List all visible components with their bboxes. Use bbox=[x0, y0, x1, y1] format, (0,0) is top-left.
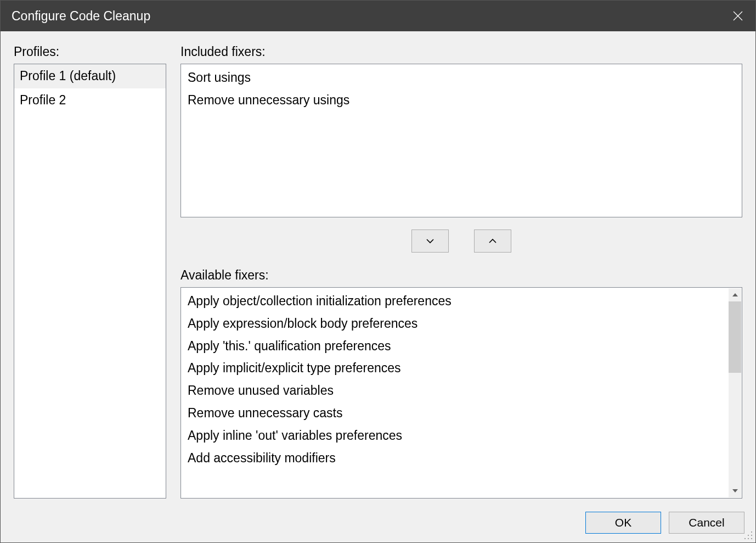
fixers-panel: Included fixers: Sort usingsRemove unnec… bbox=[180, 44, 742, 499]
scroll-up-icon bbox=[732, 293, 738, 296]
available-fixer-item[interactable]: Apply object/collection initialization p… bbox=[181, 290, 729, 312]
available-fixer-item[interactable]: Apply implicit/explicit type preferences bbox=[181, 357, 729, 379]
titlebar: Configure Code Cleanup bbox=[1, 1, 755, 31]
scroll-down-icon bbox=[732, 489, 738, 492]
available-fixers-section: Available fixers: Apply object/collectio… bbox=[180, 268, 742, 499]
svg-point-4 bbox=[751, 531, 752, 533]
available-fixer-item[interactable]: Remove unused variables bbox=[181, 379, 729, 402]
profiles-listbox[interactable]: Profile 1 (default)Profile 2 bbox=[14, 64, 166, 499]
close-button[interactable] bbox=[720, 1, 755, 31]
scroll-up-button[interactable] bbox=[729, 288, 741, 301]
move-up-button[interactable] bbox=[474, 229, 511, 253]
scroll-track-space[interactable] bbox=[729, 373, 741, 484]
svg-point-9 bbox=[744, 538, 746, 539]
svg-point-8 bbox=[748, 538, 749, 539]
included-fixers-label: Included fixers: bbox=[180, 44, 742, 59]
chevron-down-icon bbox=[425, 238, 435, 244]
scroll-thumb[interactable] bbox=[729, 301, 741, 373]
available-fixers-listbox[interactable]: Apply object/collection initialization p… bbox=[180, 287, 742, 499]
profile-item[interactable]: Profile 1 (default) bbox=[14, 64, 166, 88]
svg-marker-2 bbox=[732, 293, 738, 296]
included-fixer-item[interactable]: Remove unnecessary usings bbox=[181, 89, 742, 111]
dialog-title: Configure Code Cleanup bbox=[12, 9, 720, 24]
available-fixers-inner: Apply object/collection initialization p… bbox=[181, 288, 729, 498]
resize-grip-icon[interactable] bbox=[743, 530, 753, 540]
available-fixer-item[interactable]: Remove unnecessary casts bbox=[181, 402, 729, 424]
scrollbar[interactable] bbox=[729, 288, 741, 497]
dialog-window: Configure Code Cleanup Profiles: Profile… bbox=[0, 0, 756, 543]
included-fixer-item[interactable]: Sort usings bbox=[181, 66, 742, 89]
dialog-content: Profiles: Profile 1 (default)Profile 2 I… bbox=[1, 31, 755, 499]
profile-item[interactable]: Profile 2 bbox=[14, 88, 166, 113]
profiles-panel: Profiles: Profile 1 (default)Profile 2 bbox=[14, 44, 166, 499]
scroll-down-button[interactable] bbox=[729, 484, 741, 497]
cancel-button[interactable]: Cancel bbox=[669, 512, 744, 534]
available-fixer-item[interactable]: Add accessibility modifiers bbox=[181, 447, 729, 469]
available-fixer-item[interactable]: Apply expression/block body preferences bbox=[181, 312, 729, 335]
dialog-footer: OK Cancel bbox=[1, 499, 755, 542]
move-down-button[interactable] bbox=[411, 229, 449, 253]
move-buttons-row bbox=[180, 217, 742, 268]
available-fixers-label: Available fixers: bbox=[180, 268, 742, 283]
svg-point-7 bbox=[751, 538, 752, 539]
svg-point-6 bbox=[748, 535, 749, 536]
svg-point-5 bbox=[751, 535, 752, 536]
ok-button[interactable]: OK bbox=[585, 512, 661, 534]
close-icon bbox=[732, 10, 743, 21]
available-fixer-item[interactable]: Apply 'this.' qualification preferences bbox=[181, 335, 729, 357]
profiles-label: Profiles: bbox=[14, 44, 166, 59]
available-fixer-item[interactable]: Apply inline 'out' variables preferences bbox=[181, 424, 729, 447]
svg-marker-3 bbox=[732, 489, 738, 492]
included-fixers-listbox[interactable]: Sort usingsRemove unnecessary usings bbox=[180, 64, 742, 217]
chevron-up-icon bbox=[488, 238, 498, 244]
